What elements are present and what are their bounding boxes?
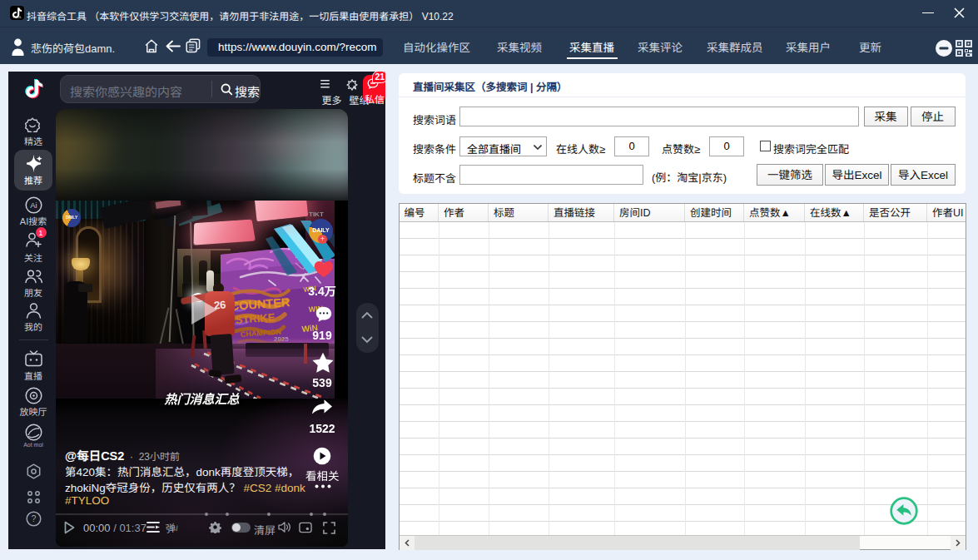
svg-text:?: ? bbox=[31, 513, 36, 523]
svg-text:Ai: Ai bbox=[30, 201, 37, 210]
svg-text:TOOL: TOOL bbox=[12, 15, 22, 19]
